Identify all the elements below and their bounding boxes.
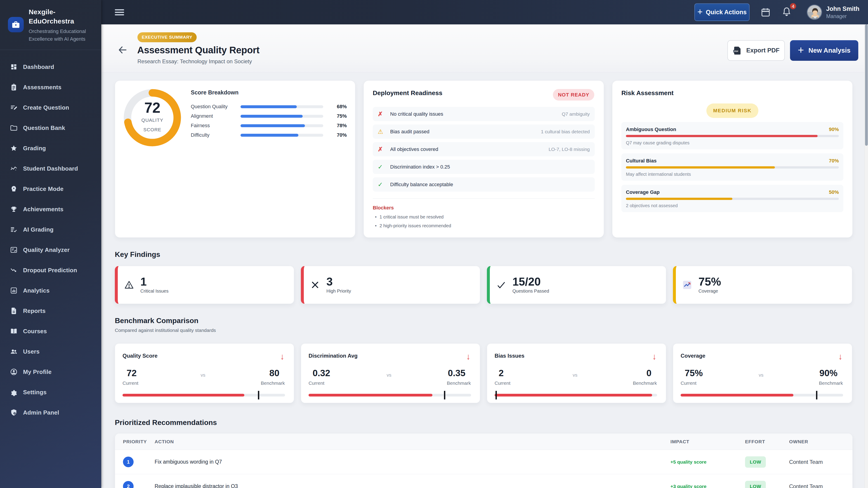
svg-text:PDF: PDF (734, 50, 739, 53)
